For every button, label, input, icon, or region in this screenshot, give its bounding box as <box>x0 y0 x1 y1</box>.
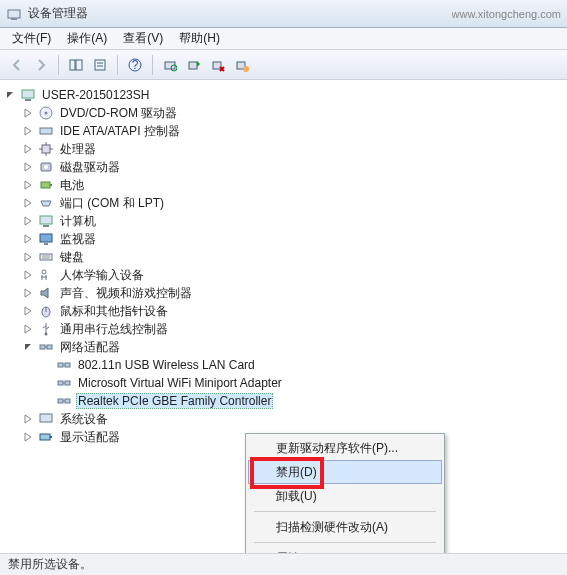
expand-icon[interactable] <box>22 269 34 281</box>
dvd-icon <box>38 105 54 121</box>
expand-icon[interactable] <box>22 287 34 299</box>
expand-icon[interactable] <box>22 431 34 443</box>
system-icon <box>38 411 54 427</box>
svg-rect-0 <box>8 10 20 18</box>
svg-rect-33 <box>40 254 52 260</box>
tree-node-sound[interactable]: 声音、视频和游戏控制器 <box>22 284 563 302</box>
svg-point-14 <box>243 66 249 72</box>
svg-rect-1 <box>11 18 17 20</box>
svg-rect-2 <box>70 60 75 70</box>
ctx-scan-hardware[interactable]: 扫描检测硬件改动(A) <box>248 515 442 539</box>
tree-root[interactable]: USER-20150123SH <box>4 86 563 104</box>
svg-point-18 <box>45 112 48 115</box>
svg-rect-30 <box>43 225 49 227</box>
address-hint: www.xitongcheng.com <box>452 8 561 20</box>
scan-hardware-button[interactable] <box>159 54 181 76</box>
ctx-separator <box>254 542 436 543</box>
svg-rect-54 <box>50 436 52 438</box>
svg-rect-3 <box>76 60 82 70</box>
usb-icon <box>38 321 54 337</box>
window-title: 设备管理器 <box>28 5 452 22</box>
properties-button[interactable] <box>89 54 111 76</box>
tree-node-hid[interactable]: 人体学输入设备 <box>22 266 563 284</box>
display-adapter-icon <box>38 429 54 445</box>
expand-icon[interactable] <box>22 179 34 191</box>
svg-rect-47 <box>65 381 70 385</box>
tree-node-ide[interactable]: IDE ATA/ATAPI 控制器 <box>22 122 563 140</box>
svg-point-26 <box>44 165 48 169</box>
tree-node-net-wireless[interactable]: 802.11n USB Wireless LAN Card <box>40 356 563 374</box>
tree-node-battery[interactable]: 电池 <box>22 176 563 194</box>
tree-node-ports[interactable]: 端口 (COM 和 LPT) <box>22 194 563 212</box>
tree-node-monitor[interactable]: 监视器 <box>22 230 563 248</box>
tree-node-usb[interactable]: 通用串行总线控制器 <box>22 320 563 338</box>
tree-node-dvd[interactable]: DVD/CD-ROM 驱动器 <box>22 104 563 122</box>
svg-rect-50 <box>65 399 70 403</box>
mouse-icon <box>38 303 54 319</box>
ports-icon <box>38 195 54 211</box>
tree-node-net-virtual[interactable]: Microsoft Virtual WiFi Miniport Adapter <box>40 374 563 392</box>
toolbar: ? <box>0 50 567 80</box>
tree-node-keyboard[interactable]: 键盘 <box>22 248 563 266</box>
ctx-disable[interactable]: 禁用(D) <box>248 460 442 484</box>
hid-icon <box>38 267 54 283</box>
battery-icon <box>38 177 54 193</box>
ide-icon <box>38 123 54 139</box>
app-icon <box>6 6 22 22</box>
disable-button[interactable] <box>207 54 229 76</box>
ctx-separator <box>254 511 436 512</box>
svg-rect-31 <box>40 234 52 242</box>
svg-rect-52 <box>40 414 52 422</box>
toolbar-separator <box>117 55 118 75</box>
expand-icon[interactable] <box>22 413 34 425</box>
menu-view[interactable]: 查看(V) <box>115 28 171 49</box>
expand-icon[interactable] <box>22 125 34 137</box>
svg-rect-19 <box>40 128 52 134</box>
collapse-icon[interactable] <box>22 341 34 353</box>
show-hide-tree-button[interactable] <box>65 54 87 76</box>
menu-help[interactable]: 帮助(H) <box>171 28 228 49</box>
expand-icon[interactable] <box>22 251 34 263</box>
context-menu: 更新驱动程序软件(P)... 禁用(D) 卸载(U) 扫描检测硬件改动(A) 属… <box>245 433 445 573</box>
tree-node-system[interactable]: 系统设备 <box>22 410 563 428</box>
toolbar-separator <box>58 55 59 75</box>
expand-icon[interactable] <box>22 305 34 317</box>
expand-icon[interactable] <box>22 197 34 209</box>
status-text: 禁用所选设备。 <box>8 556 92 573</box>
keyboard-icon <box>38 249 54 265</box>
forward-button <box>30 54 52 76</box>
back-button <box>6 54 28 76</box>
tree-node-network[interactable]: 网络适配器 <box>22 338 563 356</box>
computer-icon <box>20 87 36 103</box>
svg-rect-20 <box>42 145 50 153</box>
tree-node-net-realtek[interactable]: Realtek PCIe GBE Family Controller <box>40 392 563 410</box>
update-driver-button[interactable] <box>183 54 205 76</box>
tree-root-label: USER-20150123SH <box>40 88 151 102</box>
menu-action[interactable]: 操作(A) <box>59 28 115 49</box>
expand-icon[interactable] <box>22 323 34 335</box>
toolbar-separator <box>152 55 153 75</box>
network-adapter-icon <box>56 357 72 373</box>
expand-icon[interactable] <box>22 107 34 119</box>
uninstall-button[interactable] <box>231 54 253 76</box>
tree-node-cpu[interactable]: 处理器 <box>22 140 563 158</box>
menu-file[interactable]: 文件(F) <box>4 28 59 49</box>
svg-rect-40 <box>40 345 45 349</box>
statusbar: 禁用所选设备。 <box>0 553 567 575</box>
expand-icon[interactable] <box>22 143 34 155</box>
tree-node-computer[interactable]: 计算机 <box>22 212 563 230</box>
disk-icon <box>38 159 54 175</box>
help-button[interactable]: ? <box>124 54 146 76</box>
expand-icon[interactable] <box>22 161 34 173</box>
collapse-icon[interactable] <box>4 89 16 101</box>
tree-node-mouse[interactable]: 鼠标和其他指针设备 <box>22 302 563 320</box>
svg-rect-53 <box>40 434 50 440</box>
ctx-update-driver[interactable]: 更新驱动程序软件(P)... <box>248 436 442 460</box>
svg-text:?: ? <box>132 58 139 72</box>
sound-icon <box>38 285 54 301</box>
network-icon <box>38 339 54 355</box>
ctx-uninstall[interactable]: 卸载(U) <box>248 484 442 508</box>
expand-icon[interactable] <box>22 233 34 245</box>
tree-node-disk[interactable]: 磁盘驱动器 <box>22 158 563 176</box>
expand-icon[interactable] <box>22 215 34 227</box>
